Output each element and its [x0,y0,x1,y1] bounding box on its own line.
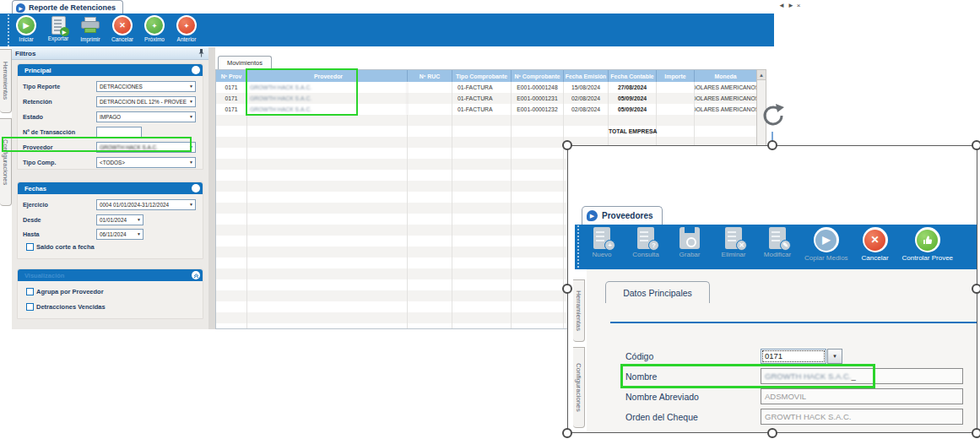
next-circle-icon: ✦ [144,15,165,35]
col-header[interactable]: Fecha Contable [609,70,657,82]
dialog-tab-configuraciones[interactable]: Configuraciones [573,347,585,428]
chevron-down-icon[interactable]: ▼ [827,349,842,364]
codigo-label: Código [625,351,761,361]
col-header[interactable]: Nº Comprobante [512,70,564,82]
total-label: TOTAL EMPRESA [609,126,657,137]
iniciar-button[interactable]: ▶ Iniciar [10,14,42,46]
previous-circle-icon: ✦ [176,15,197,35]
codigo-combo[interactable]: 0171 [761,349,826,364]
section-header-principal[interactable]: Principal [18,64,203,76]
detracciones-vencidas-label: Detracciones Vencidas [36,303,106,311]
tab-datos-principales[interactable]: Datos Principales [605,281,710,303]
titlebar: ▶ Reporte de Retenciones ◄►× [0,0,980,14]
chevron-down-icon: ▼ [187,202,195,207]
filters-title: Filtros [15,50,35,57]
eliminar-button[interactable]: ✕ Eliminar [712,225,755,269]
collapse-chevron-icon[interactable] [192,271,200,279]
section-header-fechas[interactable]: Fechas [18,182,203,194]
selection-handle-bottom-right[interactable] [972,428,980,438]
copiar-medios-button[interactable]: ▶ Copiar Medios [799,225,853,269]
panel-splitter[interactable] [208,47,215,329]
transaccion-label: Nº de Transacción [23,128,96,136]
anterior-button[interactable]: ✦ Anterior [171,14,203,46]
filters-section-fechas: Fechas Ejercicio 0004 01/01/2024-31/12/2… [17,182,203,259]
estado-label: Estado [23,113,96,121]
tipo-reporte-select[interactable]: DETRACCIONES▼ [96,81,196,92]
imprimir-button[interactable]: Imprimir [74,14,106,46]
app-logo-icon: ▶ [587,210,598,221]
estado-select[interactable]: IMPAGO▼ [96,111,196,122]
annotation-nombre-field [620,364,875,388]
rotate-handle-icon[interactable] [759,101,788,133]
controlar-proveedor-button[interactable]: Controlar Provee [897,225,958,269]
annotation-proveedor-column [246,68,358,116]
filters-section-visualizacion: Visualización Agrupa por Proveedor Detra… [17,268,203,319]
floppy-disk-icon [680,227,700,249]
scroll-up-icon[interactable]: ▲ [757,70,766,80]
cancelar-button[interactable]: ✕ Cancelar [106,14,138,46]
pin-icon[interactable] [198,49,205,57]
cancelar-button[interactable]: ✕ Cancelar [853,225,897,269]
section-header-visualizacion[interactable]: Visualización [18,269,203,281]
saldo-corte-checkbox[interactable] [26,243,34,251]
tipo-comp-select[interactable]: <TODOS>▼ [96,157,196,168]
selection-handle-bottom-left[interactable] [562,428,572,438]
col-header[interactable]: Nº RUC [408,70,452,82]
tipo-comp-label: Tipo Comp. [23,159,96,166]
chevron-down-icon: ▼ [135,217,143,222]
proximo-button[interactable]: ✦ Próximo [138,14,171,46]
selection-handle-top-left[interactable] [562,140,572,150]
section-circle-icon[interactable] [192,66,200,74]
col-header[interactable]: Tipo Comprobante [452,70,512,82]
saldo-corte-label: Saldo corte a fecha [36,243,95,251]
consulta-button[interactable]: ? Consulta [624,225,668,269]
close-icon[interactable]: × [797,2,804,9]
selection-handle-mid-left[interactable] [562,284,572,294]
selection-handle-top-right[interactable] [972,140,980,150]
exportar-button[interactable]: ▶ Exportar [42,14,74,46]
sidebar-tab-configuraciones[interactable]: Configuraciones [0,118,12,206]
transaccion-input[interactable] [96,127,142,138]
toolbar-grip[interactable] [577,225,580,269]
chevron-down-icon: ▼ [187,99,195,104]
selection-handle-mid-right[interactable] [972,284,980,294]
window-tab-reporte[interactable]: ▶ Reporte de Retenciones [12,0,123,14]
tab-proveedores[interactable]: ▶ Proveedores [582,206,663,225]
proveedores-dialog: ▶ Proveedores + Nuevo ? Consulta Grabar … [567,145,977,433]
col-header[interactable]: Importe [657,70,695,82]
vigente-no-radio[interactable] [792,432,801,433]
toolbar-grip[interactable] [7,14,10,46]
cancel-circle-icon: ✕ [863,227,888,252]
agrupa-proveedor-checkbox[interactable] [26,288,34,295]
chevron-down-icon: ▼ [187,114,195,119]
modificar-button[interactable]: ✎ Modificar [755,225,799,269]
document-plus-icon: + [593,227,610,249]
ejercicio-select[interactable]: 0004 01/01/2024-31/12/2024▼ [96,199,196,210]
col-header[interactable]: Fecha Emisión [564,70,609,82]
tab-movimientos[interactable]: Movimientos [218,56,272,69]
selection-handle-top-center[interactable] [767,140,777,150]
nombre-abreviado-input[interactable]: ADSMOVIL [761,388,963,404]
next-tab-icon[interactable]: ► [788,2,797,9]
dialog-tab-herramientas[interactable]: Herramientas [573,279,585,342]
section-circle-icon[interactable] [192,184,200,192]
vigente-no-label: NO [804,432,816,433]
sidebar-tab-herramientas[interactable]: Herramientas [0,49,12,113]
filters-section-principal: Principal Tipo Reporte DETRACCIONES▼ Ret… [17,63,203,170]
col-header[interactable]: Moneda [695,70,757,82]
col-header[interactable]: Nº Prov [216,70,247,82]
prev-tab-icon[interactable]: ◄ [778,2,788,9]
nuevo-button[interactable]: + Nuevo [580,225,624,269]
retencion-select[interactable]: DETRACCION DEL 12% - PROVEE▼ [96,96,196,107]
desde-datepicker[interactable]: 01/01/2024▼ [96,214,143,225]
accent-rule [610,322,977,323]
selection-handle-bottom-center[interactable] [767,428,777,438]
orden-cheque-input[interactable]: GROWTH HACK S.A.C. [761,409,963,425]
grabar-button[interactable]: Grabar [668,225,712,269]
table-row[interactable] [216,115,766,126]
document-x-icon: ✕ [725,227,742,249]
detracciones-vencidas-checkbox[interactable] [26,303,34,311]
orden-cheque-label: Orden del Cheque [625,412,761,422]
hasta-datepicker[interactable]: 06/11/2024▼ [96,229,143,240]
chevron-down-icon: ▼ [135,231,143,236]
